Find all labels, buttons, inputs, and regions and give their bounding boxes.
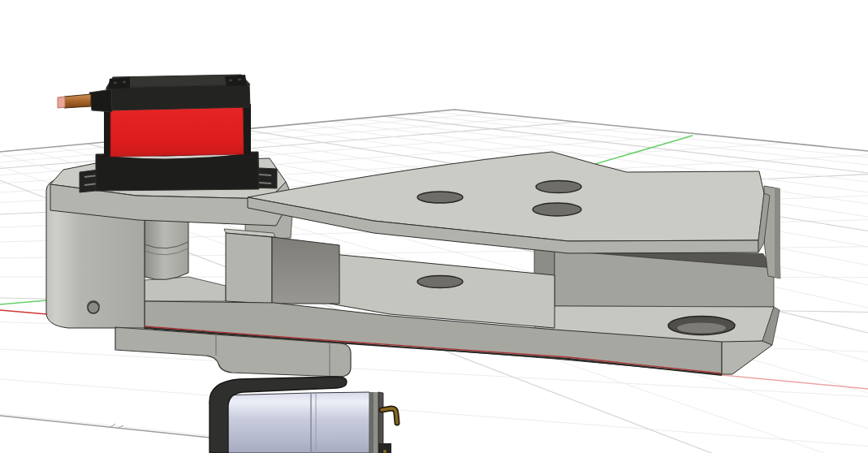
motor-bottom-tab-pin: [383, 450, 386, 453]
inner-shadow-wall: [272, 237, 339, 304]
dc-motor[interactable]: [221, 392, 397, 453]
servo-screw-3: [228, 79, 233, 82]
cad-viewport[interactable]: [0, 0, 868, 453]
plate-hole-3: [533, 203, 581, 216]
servo-shaft-tip: [58, 97, 65, 108]
x-axis-line: [0, 310, 47, 314]
right-back-wall-edge: [775, 188, 780, 278]
bracket-floor-left: [145, 277, 226, 301]
base-bevel-corner: [722, 341, 772, 374]
grid-line: [0, 414, 868, 453]
servo-screw-2: [122, 80, 127, 84]
viewport-canvas[interactable]: [0, 0, 868, 453]
post-front: [226, 233, 272, 304]
servo-cap-front: [106, 84, 250, 110]
servo-screw-4: [237, 78, 242, 81]
motor-body[interactable]: [221, 392, 369, 453]
y-axis-line: [0, 300, 46, 304]
counterbore-hole-floor: [677, 323, 726, 334]
servo-body-red[interactable]: [110, 106, 244, 157]
servo-shaft-boss: [89, 89, 112, 112]
servo-body-right-sliver: [243, 104, 251, 154]
deck-oval-hole: [417, 276, 463, 288]
plate-hole-1: [417, 192, 463, 203]
top-plate[interactable]: [248, 152, 764, 241]
plate-hole-2: [536, 181, 581, 193]
servo-body-left-sliver: [104, 108, 110, 157]
servo-screw-1: [113, 81, 118, 84]
motor-endcap-ring2: [374, 392, 378, 453]
x-axis-line: [722, 375, 868, 389]
motor-endcap-ring1: [369, 392, 374, 453]
servo-shaft-rod: [64, 94, 91, 108]
servo-motor[interactable]: [58, 75, 277, 192]
